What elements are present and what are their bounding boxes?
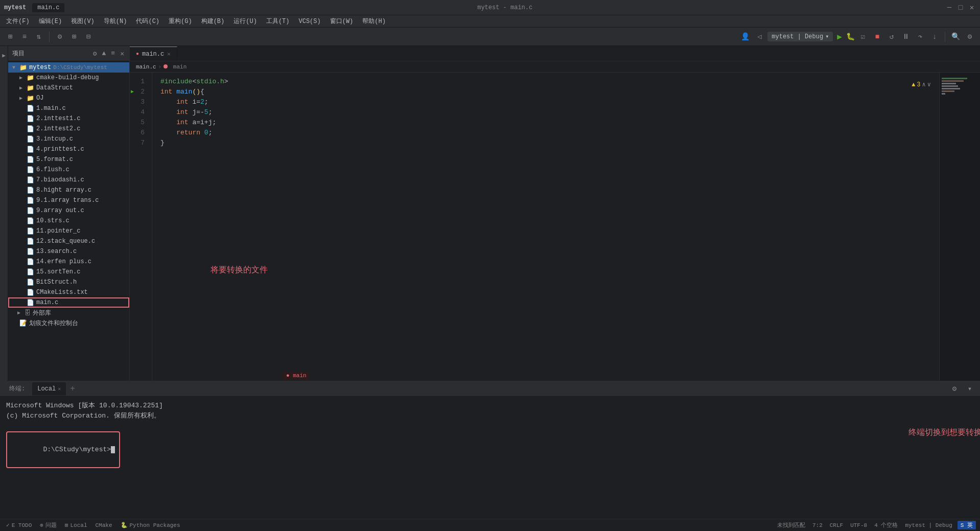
tree-item-4printtest[interactable]: 📄 4.printtest.c bbox=[8, 144, 129, 154]
menu-navigate[interactable]: 导航(N) bbox=[100, 16, 131, 27]
settings2-button[interactable]: ⚙ bbox=[964, 31, 976, 43]
tree-item-9array[interactable]: 📄 9.array out.c bbox=[8, 205, 129, 216]
status-encoding[interactable]: UTF-8 bbox=[848, 522, 869, 528]
tree-item-2inttest1[interactable]: 📄 2.inttest1.c bbox=[8, 113, 129, 124]
menu-code[interactable]: 代码(C) bbox=[132, 16, 164, 27]
panel-menu-icon[interactable]: ≡ bbox=[110, 49, 116, 58]
tree-item-oj[interactable]: ▶ 📁 OJ bbox=[8, 93, 129, 103]
tab-add-button[interactable]: + bbox=[68, 384, 77, 394]
status-terminal[interactable]: ⊞ Local bbox=[63, 522, 89, 528]
debug-config[interactable]: mytest | Debug ▾ bbox=[767, 32, 833, 41]
expand-button[interactable]: ⊞ bbox=[68, 31, 80, 43]
tree-item-14erfen[interactable]: 📄 14.erfen plus.c bbox=[8, 257, 129, 267]
panel-close-icon[interactable]: ✕ bbox=[119, 49, 125, 59]
tree-item-1main[interactable]: 📄 1.main.c bbox=[8, 103, 129, 113]
menu-build[interactable]: 构建(B) bbox=[197, 16, 229, 27]
minimize-button[interactable]: ─ bbox=[945, 4, 953, 12]
warning-arrow-up[interactable]: ∧ bbox=[922, 81, 926, 88]
menu-window[interactable]: 窗口(W) bbox=[326, 16, 358, 27]
tree-item-91array[interactable]: 📄 9.1.array trans.c bbox=[8, 195, 129, 205]
menu-vcs[interactable]: VCS(S) bbox=[294, 17, 324, 26]
tree-item-7biaodashi[interactable]: 📄 7.biaodashi.c bbox=[8, 175, 129, 185]
user-icon[interactable]: 👤 bbox=[739, 31, 751, 43]
tab-terminal-label[interactable]: 终端: bbox=[4, 382, 30, 396]
terminal-prompt-line[interactable]: D:\CStudy\mytest> bbox=[6, 431, 974, 468]
editor-tab-mainc[interactable]: ● main.c ✕ bbox=[130, 47, 177, 61]
file-10strs: 10.strs.c bbox=[36, 217, 69, 224]
title-tab[interactable]: main.c bbox=[32, 3, 64, 12]
panel-expand-icon[interactable]: ▲ bbox=[101, 49, 107, 58]
tab-local-close[interactable]: ✕ bbox=[58, 386, 61, 392]
tree-item-10strs[interactable]: 📄 10.strs.c bbox=[8, 216, 129, 226]
tree-item-6flush[interactable]: 📄 6.flush.c bbox=[8, 165, 129, 175]
project-view-button[interactable]: ⊞ bbox=[4, 31, 16, 43]
status-line-ending[interactable]: CRLF bbox=[828, 522, 845, 528]
run-button[interactable]: ▶ bbox=[835, 31, 844, 43]
menu-bar: 文件(F) 编辑(E) 视图(V) 导航(N) 代码(C) 重构(G) 构建(B… bbox=[0, 15, 980, 28]
tree-item-13search[interactable]: 📄 13.search.c bbox=[8, 246, 129, 257]
bottom-breadcrumb: ● main bbox=[283, 372, 310, 380]
terminal-collapse-icon[interactable]: ▾ bbox=[964, 383, 976, 395]
menu-run[interactable]: 运行(U) bbox=[229, 16, 261, 27]
run-with-coverage-button[interactable]: ☑ bbox=[857, 31, 869, 43]
tree-item-12stack[interactable]: 📄 12.stack_queue.c bbox=[8, 236, 129, 246]
tree-item-3intcup[interactable]: 📄 3.intcup.c bbox=[8, 134, 129, 144]
file-icon-9array: 📄 bbox=[27, 207, 34, 215]
tree-item-cmakelists[interactable]: 📄 CMakeLists.txt bbox=[8, 287, 129, 297]
file-icon-14erfen: 📄 bbox=[27, 258, 34, 266]
tree-item-cmake-build[interactable]: ▶ 📁 cmake-build-debug bbox=[8, 73, 129, 83]
tree-item-bitstruct[interactable]: 📄 BitStruct.h bbox=[8, 277, 129, 287]
maximize-button[interactable]: □ bbox=[956, 4, 965, 12]
file-6flush: 6.flush.c bbox=[36, 166, 69, 173]
terminal-content[interactable]: Microsoft Windows [版本 10.0.19043.2251] (… bbox=[0, 397, 980, 519]
tree-item-2inttest2[interactable]: 📄 2.inttest2.c bbox=[8, 124, 129, 134]
terminal-prompt-text[interactable]: D:\CStudy\mytest> bbox=[6, 431, 120, 468]
menu-view[interactable]: 视图(V) bbox=[67, 16, 99, 27]
pause-button[interactable]: ⏸ bbox=[900, 31, 912, 43]
status-cursor[interactable]: 7:2 bbox=[810, 522, 825, 528]
code-editor[interactable]: 1 ▶ 2 3 4 5 6 7 #include<stdio.h> int ma… bbox=[130, 73, 980, 381]
terminal-settings-icon[interactable]: ⚙ bbox=[948, 383, 961, 395]
status-todo[interactable]: ✓ E TODO bbox=[4, 522, 34, 528]
code-content[interactable]: #include<stdio.h> int main(){ int i=2; i… bbox=[152, 73, 939, 381]
status-indent[interactable]: 4 个空格 bbox=[872, 521, 900, 529]
status-problems[interactable]: ⊕ 问题 bbox=[38, 521, 59, 529]
tree-item-datastruct[interactable]: ▶ 📁 DataStruct bbox=[8, 83, 129, 93]
status-cmake[interactable]: CMake bbox=[94, 522, 114, 528]
tree-item-scratches[interactable]: 📝 划痕文件和控制台 bbox=[8, 318, 129, 328]
sort-button[interactable]: ⇅ bbox=[33, 31, 45, 43]
step-over-button[interactable]: ↷ bbox=[914, 31, 926, 43]
rerun-button[interactable]: ↺ bbox=[885, 31, 898, 43]
tree-item-external-libs[interactable]: ▶ 🗄 外部库 bbox=[8, 308, 129, 318]
back-button[interactable]: ◁ bbox=[753, 31, 765, 43]
list-button[interactable]: ≡ bbox=[18, 31, 31, 43]
settings-button[interactable]: ⚙ bbox=[54, 31, 66, 43]
status-branch[interactable]: mytest | Debug bbox=[903, 522, 954, 528]
menu-refactor[interactable]: 重构(G) bbox=[165, 16, 196, 27]
status-python[interactable]: 🐍 Python Packages bbox=[119, 522, 182, 528]
warning-arrow-down[interactable]: ∨ bbox=[927, 81, 931, 88]
menu-help[interactable]: 帮助(H) bbox=[358, 16, 390, 27]
tab-local[interactable]: Local ✕ bbox=[32, 382, 66, 396]
tree-item-5format[interactable]: 📄 5.format.c bbox=[8, 154, 129, 165]
menu-edit[interactable]: 编辑(E) bbox=[35, 16, 66, 27]
tree-item-root[interactable]: ▼ 📁 mytest D:\CStudy\mytest bbox=[8, 62, 129, 73]
debug-button[interactable]: 🐛 bbox=[846, 32, 855, 41]
step-in-button[interactable]: ↓ bbox=[928, 31, 941, 43]
status-input-method[interactable]: S 英 bbox=[958, 521, 976, 529]
collapse-button[interactable]: ⊟ bbox=[82, 31, 95, 43]
breadcrumb-filename[interactable]: main.c bbox=[136, 64, 156, 70]
stop-button[interactable]: ■ bbox=[871, 31, 883, 43]
side-icon-project[interactable]: ▶ bbox=[1, 48, 7, 59]
tree-item-8hight[interactable]: 📄 8.hight array.c bbox=[8, 185, 129, 195]
tree-item-mainc[interactable]: 📄 main.c bbox=[8, 297, 129, 308]
menu-tools[interactable]: 工具(T) bbox=[262, 16, 294, 27]
menu-file[interactable]: 文件(F) bbox=[2, 16, 34, 27]
search-everywhere-button[interactable]: 🔍 bbox=[949, 31, 962, 43]
debug-config-label: mytest | Debug bbox=[772, 33, 823, 40]
panel-settings-icon[interactable]: ⚙ bbox=[92, 49, 98, 59]
tree-item-11pointer[interactable]: 📄 11.pointer_c bbox=[8, 226, 129, 236]
tree-item-15sort[interactable]: 📄 15.sortTen.c bbox=[8, 267, 129, 277]
close-button[interactable]: ✕ bbox=[968, 4, 976, 12]
tab-close-icon[interactable]: ✕ bbox=[167, 51, 171, 57]
